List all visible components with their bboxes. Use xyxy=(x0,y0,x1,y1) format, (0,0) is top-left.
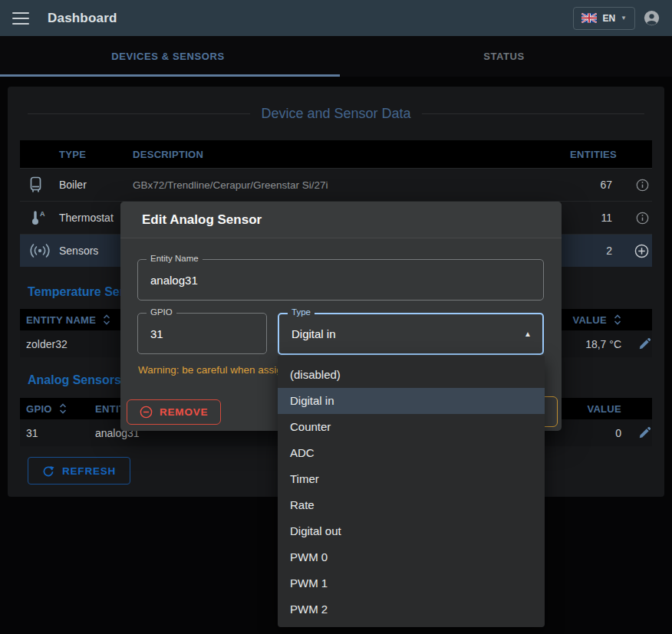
dropdown-option-pwm0[interactable]: PWM 0 xyxy=(278,544,545,570)
analog-sensors-heading: Analog Sensors xyxy=(28,373,121,387)
col-header-entity-name[interactable]: ENTITY NAME xyxy=(26,314,96,326)
type-dropdown-menu: (disabled) Digital in Counter ADC Timer … xyxy=(278,356,545,627)
col-header-type: TYPE xyxy=(54,149,127,160)
edit-pencil-icon[interactable] xyxy=(639,338,651,350)
dropdown-option-digital-in[interactable]: Digital in xyxy=(278,388,545,414)
dropdown-option-digital-out[interactable]: Digital out xyxy=(278,518,545,544)
dropdown-option-rate[interactable]: Rate xyxy=(278,492,545,518)
type-select[interactable]: Type Digital in ▲ xyxy=(278,313,544,355)
device-type: Sensors xyxy=(54,245,127,257)
entity-name-field[interactable]: Entity Name analog31 xyxy=(137,259,544,301)
devices-table-header: TYPE DESCRIPTION ENTITIES xyxy=(20,140,652,168)
language-label: EN xyxy=(602,13,615,24)
sort-icon[interactable] xyxy=(614,314,621,325)
sensor-value: 0 xyxy=(615,427,621,439)
col-header-entities: ENTITIES xyxy=(529,149,621,160)
tab-status[interactable]: STATUS xyxy=(336,36,672,77)
add-icon[interactable] xyxy=(634,244,649,258)
sensors-icon xyxy=(29,244,51,258)
col-header-description: DESCRIPTION xyxy=(127,149,529,160)
uk-flag-icon xyxy=(581,13,597,23)
dialog-title: Edit Analog Sensor xyxy=(142,212,262,228)
sensor-entity-name: zolder32 xyxy=(26,338,68,350)
app-frame: Dashboard EN ▼ xyxy=(0,0,672,634)
refresh-button-label: REFRESH xyxy=(62,465,116,477)
dropdown-option-pwm1[interactable]: PWM 1 xyxy=(278,570,545,596)
gpio-value[interactable]: 31 xyxy=(150,314,163,353)
refresh-icon xyxy=(42,465,54,477)
remove-button[interactable]: REMOVE xyxy=(127,399,221,425)
entity-name-value[interactable]: analog31 xyxy=(150,260,198,300)
refresh-button[interactable]: REFRESH xyxy=(28,457,130,485)
remove-button-label: REMOVE xyxy=(160,406,208,418)
device-type: Thermostat xyxy=(54,212,127,224)
dropdown-option-pwm2[interactable]: PWM 2 xyxy=(278,596,545,623)
device-entities-count: 67 xyxy=(529,179,621,191)
col-header-gpio[interactable]: GPIO xyxy=(26,403,52,415)
sensor-value: 18,7 °C xyxy=(585,338,621,350)
type-selected-value: Digital in xyxy=(292,314,336,353)
dialog-header: Edit Analog Sensor xyxy=(120,202,562,238)
dropdown-option-timer[interactable]: Timer xyxy=(278,466,545,492)
chevron-up-icon: ▲ xyxy=(524,314,532,353)
account-icon[interactable] xyxy=(644,10,660,26)
page-title-row: Device and Sensor Data xyxy=(8,106,664,122)
sort-icon[interactable] xyxy=(103,314,110,325)
tab-bar: DEVICES & SENSORS STATUS xyxy=(0,36,672,77)
info-icon[interactable] xyxy=(636,179,649,192)
active-tab-indicator xyxy=(0,74,340,77)
device-type: Boiler xyxy=(54,179,127,191)
dropdown-option-counter[interactable]: Counter xyxy=(278,414,545,440)
svg-text:A: A xyxy=(40,210,45,218)
top-bar: Dashboard EN ▼ xyxy=(0,0,672,36)
tab-devices-sensors[interactable]: DEVICES & SENSORS xyxy=(0,36,336,77)
language-selector[interactable]: EN ▼ xyxy=(573,7,635,30)
dropdown-option-adc[interactable]: ADC xyxy=(278,440,545,466)
boiler-icon xyxy=(29,176,42,193)
device-description: GBx72/Trendline/Cerapur/Greenstar Si/27i xyxy=(127,179,529,191)
gpio-field[interactable]: GPIO 31 xyxy=(137,313,267,354)
page-title: Device and Sensor Data xyxy=(261,106,410,122)
sensor-gpio: 31 xyxy=(26,427,38,439)
col-header-value[interactable]: VALUE xyxy=(587,403,621,415)
dropdown-option-disabled[interactable]: (disabled) xyxy=(278,362,545,388)
remove-minus-icon xyxy=(140,406,153,419)
info-icon[interactable] xyxy=(636,212,649,225)
table-row-boiler[interactable]: Boiler GBx72/Trendline/Cerapur/Greenstar… xyxy=(20,168,652,201)
col-header-value[interactable]: VALUE xyxy=(572,314,607,326)
topbar-right: EN ▼ xyxy=(573,7,672,30)
app-title: Dashboard xyxy=(48,11,117,26)
menu-icon[interactable] xyxy=(12,12,29,25)
chevron-down-icon: ▼ xyxy=(621,15,627,21)
sort-icon[interactable] xyxy=(59,403,67,414)
thermostat-icon: A xyxy=(29,209,46,226)
edit-pencil-icon[interactable] xyxy=(639,427,651,439)
